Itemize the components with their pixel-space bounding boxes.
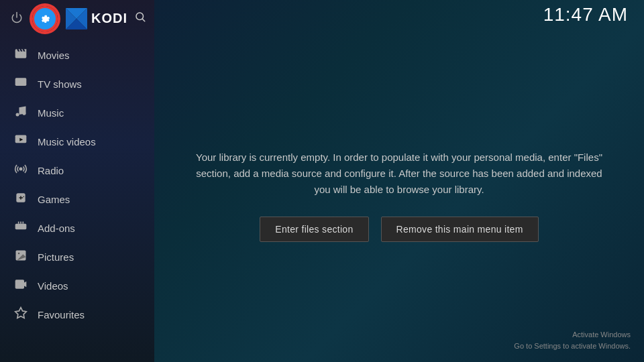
tv-shows-label: TV shows [38,78,82,90]
watermark-line2: Go to Settings to activate Windows. [514,341,631,352]
search-button[interactable] [134,11,146,26]
music-videos-label: Music videos [38,136,96,147]
kodi-logo-icon [66,8,87,29]
svg-rect-17 [15,280,24,288]
add-ons-label: Add-ons [38,223,75,234]
pictures-label: Pictures [38,251,74,263]
music-label: Music [38,107,64,119]
app-container: KODI Movies [0,0,644,362]
time-display: 11:47 AM [543,4,628,25]
watermark: Activate Windows Go to Settings to activ… [514,329,631,351]
sidebar-item-tv-shows[interactable]: TV shows [0,70,154,99]
sidebar-item-favourites[interactable]: Favourites [0,300,154,329]
main-content: 11:47 AM Your library is currently empty… [154,0,644,362]
remove-menu-item-button[interactable]: Remove this main menu item [381,217,539,242]
radio-label: Radio [38,165,64,176]
settings-button[interactable] [32,6,58,32]
empty-library-message: Your library is currently empty. In orde… [195,149,604,198]
svg-point-14 [22,197,23,198]
power-icon[interactable] [11,11,23,26]
content-area: Your library is currently empty. In orde… [154,29,644,362]
top-bar: 11:47 AM [154,0,644,29]
pictures-icon [13,249,28,265]
sidebar-item-videos[interactable]: Videos [0,272,154,300]
action-buttons: Enter files section Remove this main men… [260,217,538,242]
svg-point-8 [16,113,19,117]
app-title: KODI [91,11,127,26]
svg-point-16 [18,253,19,255]
tv-shows-icon [13,76,28,93]
kodi-logo: KODI [66,8,127,29]
games-icon [13,191,28,208]
games-label: Games [38,194,70,205]
sidebar-item-movies[interactable]: Movies [0,41,154,70]
enter-files-button[interactable]: Enter files section [260,217,368,242]
videos-icon [13,278,28,294]
settings-button-wrapper [30,3,60,34]
music-videos-icon [13,133,28,150]
sidebar: KODI Movies [0,0,154,362]
videos-label: Videos [38,280,68,292]
movies-label: Movies [38,50,70,61]
sidebar-item-games[interactable]: Games [0,185,154,214]
svg-point-13 [23,196,24,198]
watermark-line1: Activate Windows [514,329,631,341]
radio-icon [13,162,28,179]
sidebar-item-add-ons[interactable]: Add-ons [0,214,154,243]
svg-point-5 [136,13,144,20]
favourites-label: Favourites [38,309,85,320]
sidebar-item-music[interactable]: Music [0,99,154,127]
sidebar-item-music-videos[interactable]: Music videos [0,127,154,156]
svg-line-6 [142,19,144,21]
sidebar-item-pictures[interactable]: Pictures [0,243,154,272]
sidebar-item-radio[interactable]: Radio [0,156,154,185]
nav-menu: Movies TV shows [0,37,154,362]
svg-rect-7 [15,78,27,86]
movies-icon [13,47,28,64]
favourites-icon [13,306,28,323]
addons-icon [13,220,28,237]
svg-point-9 [23,112,26,115]
sidebar-header: KODI [0,0,154,37]
svg-point-12 [19,168,21,170]
music-icon [13,105,28,121]
svg-marker-18 [15,308,27,318]
